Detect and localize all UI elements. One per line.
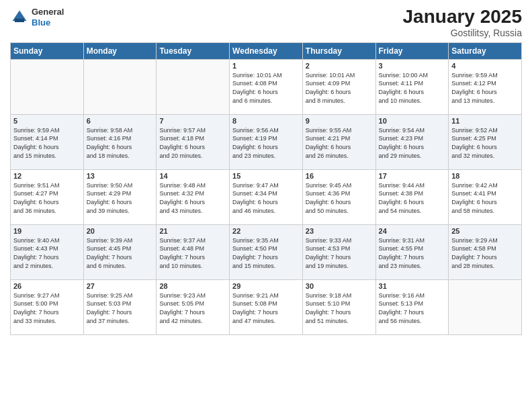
day-number: 1 (232, 62, 300, 70)
calendar-cell: 20Sunrise: 9:39 AM Sunset: 4:45 PM Dayli… (83, 224, 157, 279)
header-wednesday: Wednesday (230, 42, 303, 59)
day-info: Sunrise: 9:35 AM Sunset: 4:50 PM Dayligh… (232, 236, 300, 270)
calendar-cell (449, 279, 522, 334)
day-number: 18 (451, 172, 519, 180)
day-info: Sunrise: 9:50 AM Sunset: 4:29 PM Dayligh… (87, 181, 154, 215)
day-number: 16 (306, 172, 373, 180)
day-number: 20 (87, 227, 154, 235)
day-info: Sunrise: 9:59 AM Sunset: 4:12 PM Dayligh… (451, 71, 519, 105)
day-info: Sunrise: 9:45 AM Sunset: 4:36 PM Dayligh… (306, 181, 373, 215)
calendar-week-4: 19Sunrise: 9:40 AM Sunset: 4:43 PM Dayli… (11, 224, 522, 279)
calendar-cell: 25Sunrise: 9:29 AM Sunset: 4:58 PM Dayli… (449, 224, 522, 279)
day-number: 12 (13, 172, 81, 180)
day-number: 21 (159, 227, 226, 235)
day-info: Sunrise: 9:39 AM Sunset: 4:45 PM Dayligh… (87, 236, 154, 270)
day-info: Sunrise: 9:47 AM Sunset: 4:34 PM Dayligh… (232, 181, 300, 215)
calendar-week-5: 26Sunrise: 9:27 AM Sunset: 5:00 PM Dayli… (11, 279, 522, 334)
day-info: Sunrise: 9:27 AM Sunset: 5:00 PM Dayligh… (13, 291, 81, 325)
day-info: Sunrise: 10:01 AM Sunset: 4:08 PM Daylig… (232, 71, 300, 105)
day-number: 31 (379, 282, 446, 290)
calendar-cell: 9Sunrise: 9:55 AM Sunset: 4:21 PM Daylig… (302, 114, 375, 169)
calendar-cell: 2Sunrise: 10:01 AM Sunset: 4:09 PM Dayli… (302, 59, 375, 114)
day-info: Sunrise: 9:16 AM Sunset: 5:13 PM Dayligh… (379, 291, 446, 325)
header-friday: Friday (375, 42, 449, 59)
page: General Blue January 2025 Gostilitsy, Ru… (0, 0, 532, 411)
day-number: 23 (306, 227, 373, 235)
day-number: 27 (87, 282, 154, 290)
day-info: Sunrise: 9:31 AM Sunset: 4:55 PM Dayligh… (379, 236, 446, 270)
day-number: 29 (232, 282, 300, 290)
day-info: Sunrise: 9:23 AM Sunset: 5:05 PM Dayligh… (159, 291, 226, 325)
calendar-cell: 31Sunrise: 9:16 AM Sunset: 5:13 PM Dayli… (375, 279, 449, 334)
day-number: 6 (87, 117, 154, 125)
calendar-cell: 5Sunrise: 9:59 AM Sunset: 4:14 PM Daylig… (11, 114, 84, 169)
calendar-cell: 1Sunrise: 10:01 AM Sunset: 4:08 PM Dayli… (230, 59, 303, 114)
day-info: Sunrise: 9:51 AM Sunset: 4:27 PM Dayligh… (13, 181, 81, 215)
subtitle: Gostilitsy, Russia (403, 28, 522, 38)
logo-icon (10, 8, 29, 27)
day-number: 26 (13, 282, 81, 290)
day-info: Sunrise: 9:57 AM Sunset: 4:18 PM Dayligh… (159, 126, 226, 160)
day-number: 8 (232, 117, 300, 125)
day-number: 3 (379, 62, 446, 70)
logo-general: General (32, 7, 64, 17)
day-number: 30 (306, 282, 373, 290)
calendar-week-3: 12Sunrise: 9:51 AM Sunset: 4:27 PM Dayli… (11, 169, 522, 224)
day-number: 10 (379, 117, 446, 125)
calendar-cell: 16Sunrise: 9:45 AM Sunset: 4:36 PM Dayli… (302, 169, 375, 224)
calendar-cell: 8Sunrise: 9:56 AM Sunset: 4:19 PM Daylig… (230, 114, 303, 169)
day-info: Sunrise: 9:33 AM Sunset: 4:53 PM Dayligh… (306, 236, 373, 270)
calendar-cell: 26Sunrise: 9:27 AM Sunset: 5:00 PM Dayli… (11, 279, 84, 334)
calendar-cell (11, 59, 84, 114)
calendar-cell: 18Sunrise: 9:42 AM Sunset: 4:41 PM Dayli… (449, 169, 522, 224)
calendar-cell: 21Sunrise: 9:37 AM Sunset: 4:48 PM Dayli… (157, 224, 230, 279)
svg-rect-2 (15, 18, 24, 21)
day-number: 28 (159, 282, 226, 290)
day-number: 4 (451, 62, 519, 70)
calendar-cell: 19Sunrise: 9:40 AM Sunset: 4:43 PM Dayli… (11, 224, 84, 279)
calendar-cell: 7Sunrise: 9:57 AM Sunset: 4:18 PM Daylig… (157, 114, 230, 169)
calendar-cell: 13Sunrise: 9:50 AM Sunset: 4:29 PM Dayli… (83, 169, 157, 224)
calendar-cell: 12Sunrise: 9:51 AM Sunset: 4:27 PM Dayli… (11, 169, 84, 224)
calendar-cell (83, 59, 157, 114)
header-thursday: Thursday (302, 42, 375, 59)
day-number: 11 (451, 117, 519, 125)
header: General Blue January 2025 Gostilitsy, Ru… (10, 7, 522, 38)
calendar-cell: 24Sunrise: 9:31 AM Sunset: 4:55 PM Dayli… (375, 224, 449, 279)
calendar-cell (157, 59, 230, 114)
day-info: Sunrise: 9:29 AM Sunset: 4:58 PM Dayligh… (451, 236, 519, 270)
header-saturday: Saturday (449, 42, 522, 59)
day-info: Sunrise: 9:55 AM Sunset: 4:21 PM Dayligh… (306, 126, 373, 160)
day-info: Sunrise: 10:00 AM Sunset: 4:11 PM Daylig… (379, 71, 446, 105)
calendar: Sunday Monday Tuesday Wednesday Thursday… (10, 42, 522, 335)
header-tuesday: Tuesday (157, 42, 230, 59)
day-info: Sunrise: 9:21 AM Sunset: 5:08 PM Dayligh… (232, 291, 300, 325)
day-info: Sunrise: 9:18 AM Sunset: 5:10 PM Dayligh… (306, 291, 373, 325)
day-number: 2 (306, 62, 373, 70)
day-number: 24 (379, 227, 446, 235)
calendar-cell: 29Sunrise: 9:21 AM Sunset: 5:08 PM Dayli… (230, 279, 303, 334)
day-number: 7 (159, 117, 226, 125)
day-info: Sunrise: 10:01 AM Sunset: 4:09 PM Daylig… (306, 71, 373, 105)
calendar-cell: 6Sunrise: 9:58 AM Sunset: 4:16 PM Daylig… (83, 114, 157, 169)
logo-text: General Blue (32, 7, 64, 28)
month-title: January 2025 (403, 7, 522, 28)
day-info: Sunrise: 9:40 AM Sunset: 4:43 PM Dayligh… (13, 236, 81, 270)
day-info: Sunrise: 9:42 AM Sunset: 4:41 PM Dayligh… (451, 181, 519, 215)
day-info: Sunrise: 9:37 AM Sunset: 4:48 PM Dayligh… (159, 236, 226, 270)
day-info: Sunrise: 9:25 AM Sunset: 5:03 PM Dayligh… (87, 291, 154, 325)
day-number: 17 (379, 172, 446, 180)
calendar-cell: 4Sunrise: 9:59 AM Sunset: 4:12 PM Daylig… (449, 59, 522, 114)
day-number: 5 (13, 117, 81, 125)
day-info: Sunrise: 9:44 AM Sunset: 4:38 PM Dayligh… (379, 181, 446, 215)
calendar-cell: 15Sunrise: 9:47 AM Sunset: 4:34 PM Dayli… (230, 169, 303, 224)
day-number: 25 (451, 227, 519, 235)
header-sunday: Sunday (11, 42, 84, 59)
calendar-week-1: 1Sunrise: 10:01 AM Sunset: 4:08 PM Dayli… (11, 59, 522, 114)
day-number: 9 (306, 117, 373, 125)
calendar-week-2: 5Sunrise: 9:59 AM Sunset: 4:14 PM Daylig… (11, 114, 522, 169)
day-info: Sunrise: 9:59 AM Sunset: 4:14 PM Dayligh… (13, 126, 81, 160)
calendar-cell: 3Sunrise: 10:00 AM Sunset: 4:11 PM Dayli… (375, 59, 449, 114)
calendar-cell: 28Sunrise: 9:23 AM Sunset: 5:05 PM Dayli… (157, 279, 230, 334)
calendar-cell: 22Sunrise: 9:35 AM Sunset: 4:50 PM Dayli… (230, 224, 303, 279)
